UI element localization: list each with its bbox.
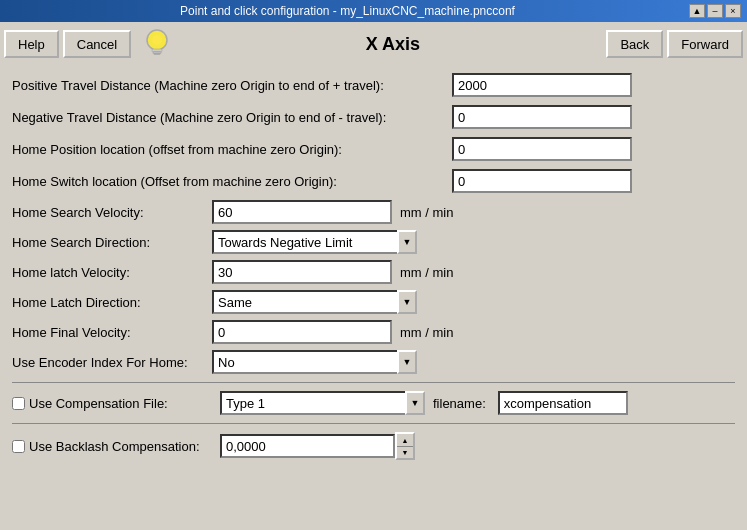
home-search-velocity-input[interactable] [212, 200, 392, 224]
home-latch-velocity-input[interactable] [212, 260, 392, 284]
home-latch-direction-label: Home Latch Direction: [12, 295, 212, 310]
home-search-direction-row: Home Search Direction: Towards Negative … [12, 230, 735, 254]
use-encoder-label: Use Encoder Index For Home: [12, 355, 212, 370]
form-container: Positive Travel Distance (Machine zero O… [4, 68, 743, 464]
home-final-velocity-row: Home Final Velocity: mm / min [12, 320, 735, 344]
cancel-button[interactable]: Cancel [63, 30, 131, 58]
minimize-button[interactable]: ▲ [689, 4, 705, 18]
svg-point-4 [152, 35, 162, 45]
negative-travel-input[interactable] [452, 105, 632, 129]
compensation-type-select[interactable]: Type 1 Type 2 [220, 391, 425, 415]
home-latch-velocity-unit: mm / min [400, 265, 453, 280]
home-search-direction-select[interactable]: Towards Negative Limit Towards Positive … [212, 230, 417, 254]
use-compensation-label: Use Compensation File: [12, 396, 212, 411]
home-search-velocity-row: Home Search Velocity: mm / min [12, 200, 735, 224]
home-latch-direction-select[interactable]: Same Opposite [212, 290, 417, 314]
home-latch-velocity-label: Home latch Velocity: [12, 265, 212, 280]
use-encoder-dropdown: No Yes ▼ [212, 350, 417, 374]
home-switch-label: Home Switch location (Offset from machin… [12, 174, 452, 189]
use-compensation-checkbox[interactable] [12, 397, 25, 410]
negative-travel-label: Negative Travel Distance (Machine zero O… [12, 110, 452, 125]
close-button[interactable]: × [725, 4, 741, 18]
toolbar: Help Cancel X Axis Back Forward [4, 26, 743, 62]
title-bar: Point and click configuration - my_Linux… [0, 0, 747, 22]
filename-label: filename: [433, 396, 486, 411]
home-search-velocity-unit: mm / min [400, 205, 453, 220]
negative-travel-row: Negative Travel Distance (Machine zero O… [12, 104, 735, 130]
divider-1 [12, 382, 735, 383]
home-position-label: Home Position location (offset from mach… [12, 142, 452, 157]
page-title: X Axis [183, 34, 602, 55]
positive-travel-input[interactable] [452, 73, 632, 97]
backlash-spin-buttons: ▲ ▼ [395, 432, 415, 460]
backlash-spin-down[interactable]: ▼ [397, 446, 413, 458]
help-button[interactable]: Help [4, 30, 59, 58]
home-position-row: Home Position location (offset from mach… [12, 136, 735, 162]
compensation-type-dropdown: Type 1 Type 2 ▼ [220, 391, 425, 415]
home-latch-direction-dropdown: Same Opposite ▼ [212, 290, 417, 314]
home-latch-direction-row: Home Latch Direction: Same Opposite ▼ [12, 290, 735, 314]
lightbulb-icon [139, 26, 175, 62]
compensation-row: Use Compensation File: Type 1 Type 2 ▼ f… [12, 391, 735, 415]
back-button[interactable]: Back [606, 30, 663, 58]
title-bar-text: Point and click configuration - my_Linux… [6, 4, 689, 18]
maximize-button[interactable]: – [707, 4, 723, 18]
use-backlash-checkbox[interactable] [12, 440, 25, 453]
home-latch-velocity-row: Home latch Velocity: mm / min [12, 260, 735, 284]
home-final-velocity-label: Home Final Velocity: [12, 325, 212, 340]
backlash-spin-up[interactable]: ▲ [397, 434, 413, 446]
use-backlash-text: Use Backlash Compensation: [29, 439, 200, 454]
home-switch-input[interactable] [452, 169, 632, 193]
window-controls: ▲ – × [689, 4, 741, 18]
home-search-direction-dropdown: Towards Negative Limit Towards Positive … [212, 230, 417, 254]
home-position-input[interactable] [452, 137, 632, 161]
divider-2 [12, 423, 735, 424]
positive-travel-row: Positive Travel Distance (Machine zero O… [12, 72, 735, 98]
use-encoder-row: Use Encoder Index For Home: No Yes ▼ [12, 350, 735, 374]
forward-button[interactable]: Forward [667, 30, 743, 58]
home-search-direction-label: Home Search Direction: [12, 235, 212, 250]
backlash-input[interactable] [220, 434, 395, 458]
backlash-row: Use Backlash Compensation: ▲ ▼ [12, 432, 735, 460]
use-backlash-label: Use Backlash Compensation: [12, 439, 212, 454]
home-switch-row: Home Switch location (Offset from machin… [12, 168, 735, 194]
home-final-velocity-unit: mm / min [400, 325, 453, 340]
use-compensation-text: Use Compensation File: [29, 396, 168, 411]
home-final-velocity-input[interactable] [212, 320, 392, 344]
filename-input[interactable] [498, 391, 628, 415]
backlash-spinbox: ▲ ▼ [220, 432, 415, 460]
toolbar-right: Back Forward [606, 30, 743, 58]
use-encoder-select[interactable]: No Yes [212, 350, 417, 374]
positive-travel-label: Positive Travel Distance (Machine zero O… [12, 78, 452, 93]
home-search-velocity-label: Home Search Velocity: [12, 205, 212, 220]
